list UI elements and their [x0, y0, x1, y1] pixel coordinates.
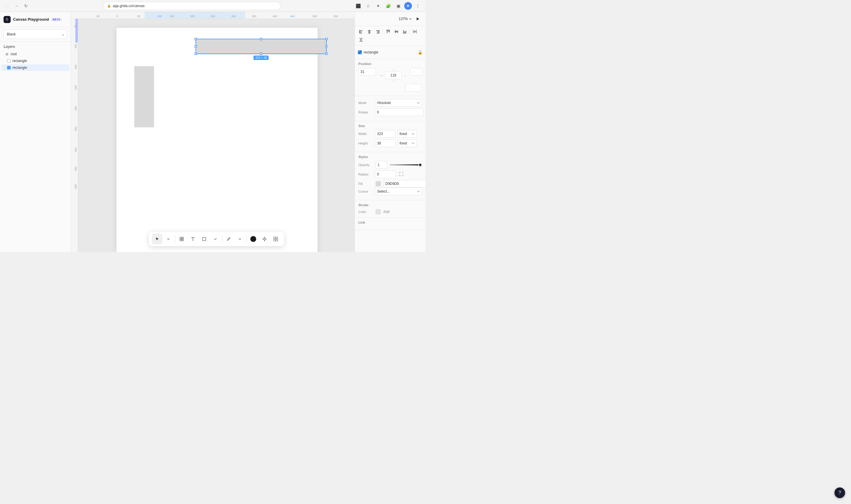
- opacity-input[interactable]: [376, 161, 387, 169]
- svg-rect-1: [182, 237, 183, 239]
- radius-expand-btn[interactable]: [397, 170, 405, 178]
- canvas-rect-tall[interactable]: [134, 66, 154, 127]
- fill-row: Fill: [358, 180, 422, 187]
- select-tool-btn[interactable]: [152, 234, 162, 244]
- cursor-label: Cursor: [358, 190, 373, 193]
- extensions2-btn[interactable]: ✦: [374, 2, 382, 10]
- svg-rect-6: [276, 237, 278, 239]
- layer-checkbox-rect2[interactable]: [7, 66, 11, 69]
- layer-checkbox-rect1[interactable]: [7, 59, 11, 62]
- avatar-btn[interactable]: R: [404, 2, 412, 10]
- element-lock-icon[interactable]: 🔓: [418, 50, 422, 55]
- height-input[interactable]: [375, 140, 396, 147]
- distribute-h-btn[interactable]: [411, 28, 419, 35]
- fill-hex-input[interactable]: [383, 180, 426, 187]
- back-button[interactable]: ←: [3, 2, 11, 10]
- select-dropdown-btn[interactable]: [163, 234, 174, 244]
- app-logo: G: [3, 16, 11, 23]
- position-extra-input[interactable]: [411, 68, 422, 76]
- color-circle: [250, 236, 256, 242]
- left-ruler: 31 150 200 250 300 350 400 450 500: [71, 19, 78, 252]
- position-bottom-input[interactable]: [405, 84, 422, 92]
- reload-button[interactable]: ↻: [22, 2, 30, 10]
- color-tool-btn[interactable]: [248, 234, 258, 244]
- rect-dropdown-btn[interactable]: [210, 234, 221, 244]
- ruler-label-550: 550: [333, 15, 338, 18]
- layers-header: Layers: [0, 42, 71, 51]
- ai-tool-btn[interactable]: [259, 234, 270, 244]
- text-tool-btn[interactable]: [188, 234, 198, 244]
- styles-section-title: Styles: [358, 155, 422, 159]
- width-mode-select[interactable]: fixed fill hug: [397, 130, 417, 138]
- cursor-select[interactable]: Select... default pointer text crosshair…: [375, 187, 422, 195]
- position-x-input[interactable]: [385, 72, 402, 79]
- opacity-row: Opacity: [358, 161, 422, 169]
- zoom-selector[interactable]: 137%: [397, 15, 414, 23]
- beta-badge: BETA: [51, 18, 62, 21]
- position-section-title: Position: [358, 62, 422, 66]
- lock-icon: 🔒: [107, 4, 111, 8]
- svg-rect-30: [404, 31, 405, 33]
- stroke-add-label: Add: [383, 210, 389, 214]
- more-tool-btn[interactable]: [270, 234, 281, 244]
- layer-item-root[interactable]: ⊞ root: [1, 51, 69, 57]
- pen-tool-btn[interactable]: [223, 234, 234, 244]
- extensions-btn[interactable]: ⬛: [354, 2, 362, 10]
- mode-select[interactable]: Absolute Relative: [375, 99, 422, 107]
- stroke-add-btn[interactable]: Add: [383, 209, 389, 215]
- puzzle-btn[interactable]: 🧩: [384, 2, 393, 10]
- ruler-left-200: 200: [74, 65, 77, 69]
- svg-rect-3: [182, 239, 183, 241]
- layers-section: Layers ⊞ root rectangle rectangle: [0, 42, 71, 252]
- fill-swatch[interactable]: [376, 181, 381, 186]
- position-y-input[interactable]: [358, 68, 376, 76]
- grid-tool-btn[interactable]: [176, 234, 187, 244]
- canvas-viewport[interactable]: 323 × 38: [78, 19, 354, 252]
- svg-rect-33: [413, 30, 413, 33]
- bottom-toolbar: [149, 232, 284, 246]
- styles-section: Styles Opacity Radius Fill: [355, 152, 426, 200]
- sidebar-btn[interactable]: ▣: [394, 2, 402, 10]
- rotate-input[interactable]: [375, 108, 423, 116]
- width-input[interactable]: [375, 130, 396, 138]
- ruler-left-150: 150: [74, 44, 77, 49]
- opacity-slider[interactable]: [390, 164, 422, 165]
- forward-button[interactable]: →: [13, 2, 20, 10]
- element-name-input[interactable]: [364, 48, 416, 56]
- constraint-h-left[interactable]: —: [379, 73, 384, 78]
- pen-dropdown-btn[interactable]: [235, 234, 245, 244]
- svg-rect-18: [377, 32, 379, 32]
- align-middle-btn[interactable]: [393, 28, 400, 35]
- rect-tool-btn[interactable]: [199, 234, 209, 244]
- radius-input[interactable]: [375, 170, 396, 178]
- layer-item-rect1[interactable]: rectangle: [1, 58, 69, 64]
- distribute-v-btn[interactable]: [357, 36, 365, 44]
- constraint-h-right[interactable]: —: [402, 73, 408, 78]
- layer-item-rect2[interactable]: rectangle: [1, 65, 69, 71]
- menu-btn[interactable]: ⋮: [414, 2, 422, 10]
- star-btn[interactable]: ☆: [364, 2, 372, 10]
- align-center-h-btn[interactable]: [365, 28, 373, 35]
- width-label: Width: [358, 132, 373, 136]
- svg-rect-16: [369, 30, 370, 33]
- url-text: app.grida.co/canvas: [113, 4, 144, 8]
- align-top-btn[interactable]: [384, 28, 392, 35]
- height-mode-select[interactable]: fixed fill hug: [397, 140, 417, 147]
- element-visible-checkbox[interactable]: [358, 50, 362, 54]
- svg-rect-32: [403, 33, 406, 33]
- align-bar: [355, 26, 426, 46]
- align-bottom-btn[interactable]: [401, 28, 409, 35]
- document-select[interactable]: Blank ⌄: [3, 30, 67, 39]
- svg-rect-22: [388, 30, 388, 32]
- align-right-btn[interactable]: [374, 28, 381, 35]
- height-label: Height: [358, 142, 373, 145]
- ruler-left-450: 450: [74, 167, 77, 171]
- document-selector: Blank ⌄: [0, 27, 71, 42]
- play-button[interactable]: [414, 15, 422, 23]
- align-left-btn[interactable]: [357, 28, 365, 35]
- canvas-rect-wide-selected[interactable]: [196, 39, 327, 54]
- app-title: Canvas Playground: [13, 17, 49, 22]
- v-line-top: [393, 69, 394, 71]
- canvas-container[interactable]: -50 0 50 118 150 200 250 300 350 400 441…: [71, 12, 354, 252]
- stroke-color-swatch[interactable]: [376, 209, 381, 215]
